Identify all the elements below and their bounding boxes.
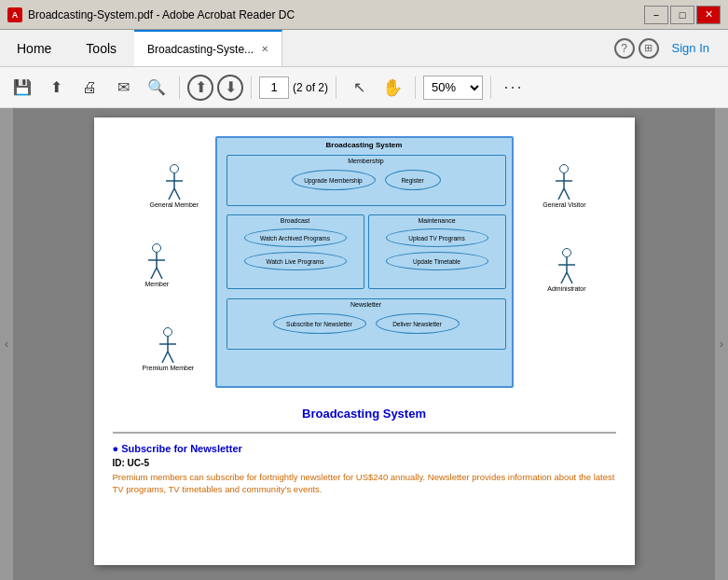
menu-right-section: ? ⊞ Sign In	[614, 30, 728, 66]
svg-line-10	[162, 352, 168, 363]
tab-label: Broadcasting-Syste...	[147, 43, 254, 56]
diagram-title: Broadcasting System	[113, 407, 616, 421]
actor-member-head	[152, 243, 161, 253]
watch-live-oval: Watch Live Programs	[244, 252, 347, 270]
actor-general-member: General Member	[150, 164, 199, 208]
actor-general-member-head	[170, 164, 179, 173]
broadcast-title: Broadcast	[227, 215, 364, 226]
svg-line-19	[567, 272, 572, 283]
membership-box: Membership Upgrade Membership Register	[227, 155, 506, 206]
page-number-input[interactable]	[259, 76, 289, 99]
section-title: Subscribe for Newsletter	[113, 443, 616, 454]
svg-line-7	[157, 268, 162, 279]
watch-archived-oval: Watch Archived Programs	[244, 228, 347, 247]
actor-general-visitor-head	[559, 164, 569, 173]
page-navigation: (2 of 2)	[259, 76, 328, 99]
actor-general-visitor: General Visitor	[543, 164, 585, 208]
actor-general-visitor-body-svg	[554, 173, 574, 201]
maintenance-box: Maintenance Upload TV Programs Update Ti…	[368, 214, 506, 289]
actor-member-body-svg	[146, 253, 167, 281]
actor-administrator-label: Administrator	[547, 285, 585, 292]
svg-line-6	[151, 268, 157, 279]
search-icon[interactable]: 🔍	[142, 73, 172, 103]
more-options-icon[interactable]: ···	[499, 73, 529, 103]
help-icon[interactable]: ?	[614, 38, 635, 59]
uc-description: Premium members can subscribe for fortni…	[113, 471, 616, 496]
actor-premium-member-label: Premium Member	[143, 365, 195, 371]
window-title: Broadcasting-System.pdf - Adobe Acrobat …	[28, 8, 295, 21]
maintenance-title: Maintenance	[369, 215, 505, 226]
main-content-area: ‹ Broadcasting System Membership	[0, 108, 728, 580]
title-bar: A Broadcasting-System.pdf - Adobe Acroba…	[0, 0, 728, 30]
membership-title: Membership	[227, 156, 505, 166]
actor-general-member-label: General Member	[150, 201, 199, 208]
separator-5	[490, 76, 491, 99]
right-panel-arrow[interactable]: ›	[715, 108, 728, 580]
actor-administrator-head	[562, 248, 571, 257]
actor-general-member-body-svg	[164, 173, 185, 201]
hand-tool-icon[interactable]: ✋	[378, 73, 407, 103]
zoom-select[interactable]: 25% 50% 75% 100% 150% 200%	[423, 76, 483, 100]
svg-line-14	[558, 188, 564, 200]
separator-1	[179, 76, 180, 99]
register-oval: Register	[385, 170, 441, 190]
actor-administrator-body-svg	[556, 257, 577, 285]
left-panel-arrow[interactable]: ‹	[0, 108, 13, 580]
system-title-label: Broadcasting System	[217, 138, 512, 152]
maximize-button[interactable]: □	[670, 6, 694, 24]
actor-premium-member-head	[163, 327, 172, 337]
separator-2	[251, 76, 252, 99]
actor-member-label: Member	[145, 281, 170, 287]
system-boundary-box: Broadcasting System Membership Upgrade M…	[215, 136, 514, 388]
separator-3	[336, 76, 337, 99]
update-timetable-oval: Update Timetable	[386, 252, 488, 270]
toolbar: 💾 ⬆ 🖨 ✉ 🔍 ⬆ ⬇ (2 of 2) ↖ ✋ 25% 50% 75% 1…	[0, 67, 728, 108]
upload-tv-oval: Upload TV Programs	[386, 228, 488, 247]
pdf-page: Broadcasting System Membership Upgrade M…	[94, 117, 635, 565]
svg-line-15	[564, 188, 570, 200]
actor-premium-member: Premium Member	[143, 327, 195, 371]
uc-id-label: ID: UC-5	[113, 458, 616, 468]
newsletter-box: Newsletter Subscribe for Newsletter Deli…	[227, 298, 506, 350]
print-icon[interactable]: 🖨	[75, 73, 104, 103]
broadcast-box: Broadcast Watch Archived Programs Watch …	[227, 214, 364, 289]
minimize-button[interactable]: −	[644, 6, 668, 24]
share-icon[interactable]: ⊞	[639, 38, 659, 59]
email-icon[interactable]: ✉	[108, 73, 138, 103]
cursor-icon[interactable]: ↖	[344, 73, 374, 103]
document-tab[interactable]: Broadcasting-Syste... ✕	[134, 30, 282, 66]
svg-line-18	[561, 272, 567, 283]
upgrade-membership-oval: Upgrade Membership	[292, 170, 376, 190]
newsletter-title: Newsletter	[227, 299, 505, 310]
uml-diagram-container: Broadcasting System Membership Upgrade M…	[113, 136, 616, 397]
actor-premium-member-body-svg	[158, 337, 178, 365]
close-button[interactable]: ✕	[696, 6, 721, 24]
page-down-button[interactable]: ⬇	[217, 75, 243, 101]
section-content: Subscribe for Newsletter ID: UC-5 Premiu…	[113, 443, 616, 496]
menu-bar: Home Tools Broadcasting-Syste... ✕ ? ⊞ S…	[0, 30, 728, 67]
svg-line-3	[174, 188, 180, 200]
tab-close-button[interactable]: ✕	[261, 44, 268, 54]
divider	[113, 432, 616, 434]
window-controls: − □ ✕	[644, 6, 721, 24]
uml-diagram: Broadcasting System Membership Upgrade M…	[141, 136, 588, 397]
svg-line-11	[168, 352, 173, 363]
app-icon: A	[7, 7, 22, 22]
sign-in-button[interactable]: Sign In	[663, 37, 719, 59]
actor-member: Member	[145, 243, 170, 287]
subscribe-newsletter-oval: Subscribe for Newsletter	[273, 313, 366, 334]
actor-general-visitor-label: General Visitor	[543, 201, 585, 208]
zoom-control: 25% 50% 75% 100% 150% 200%	[423, 76, 483, 100]
menu-tools[interactable]: Tools	[69, 30, 134, 66]
separator-4	[415, 76, 416, 99]
menu-home[interactable]: Home	[0, 30, 69, 66]
svg-line-2	[169, 188, 174, 200]
actor-administrator: Administrator	[547, 248, 585, 292]
save-icon[interactable]: 💾	[7, 73, 37, 103]
upload-icon[interactable]: ⬆	[41, 73, 71, 103]
document-scroll-area[interactable]: Broadcasting System Membership Upgrade M…	[13, 108, 715, 580]
page-up-button[interactable]: ⬆	[187, 75, 213, 101]
deliver-newsletter-oval: Deliver Newsletter	[376, 313, 460, 334]
page-total-label: (2 of 2)	[293, 81, 328, 94]
